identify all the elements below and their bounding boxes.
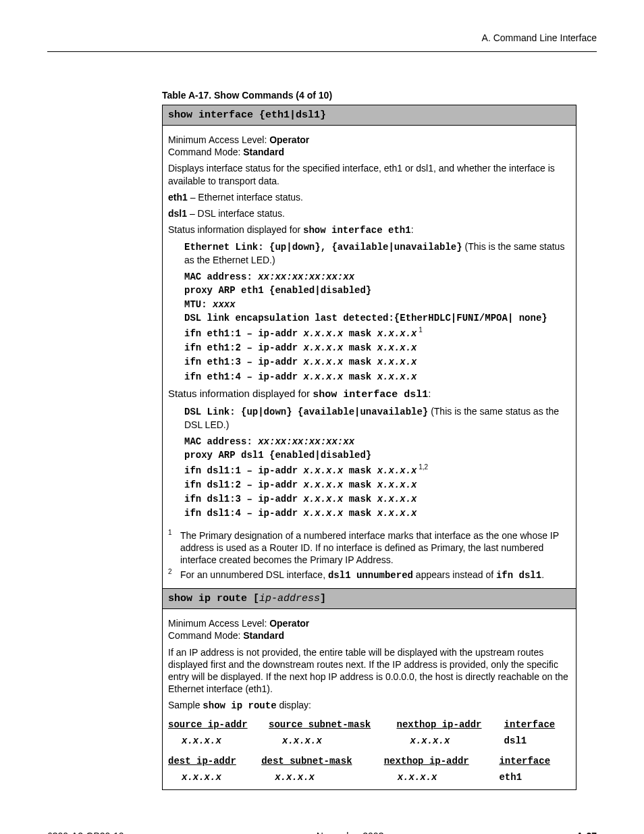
dsl1-label: dsl1 xyxy=(168,208,187,219)
eth-encap: DSL link encapsulation last detected:{Et… xyxy=(184,312,570,324)
t: x.x.x.x xyxy=(303,357,343,367)
eth-mtu-val: xxxx xyxy=(213,299,236,310)
t: show ip route [ xyxy=(168,593,259,604)
t: x.x.x.x xyxy=(377,494,417,504)
t: appears instead of xyxy=(413,569,496,580)
col-interface: interface xyxy=(504,716,570,733)
status-dsl1-pre: Status information displayed for xyxy=(168,388,313,399)
cmd2-body: Minimum Access Level: Operator Command M… xyxy=(163,609,576,789)
t: dsl1 unnumbered xyxy=(328,570,413,581)
dsl-proxy: proxy ARP dsl1 {enabled|disabled} xyxy=(184,449,570,461)
t: ip-address xyxy=(259,593,320,604)
commands-table: show interface {eth1|dsl1} Minimum Acces… xyxy=(162,105,576,790)
status-eth1-pre: Status information displayed for xyxy=(168,224,303,235)
t: x.x.x.x xyxy=(269,733,397,749)
cmd1-body: Minimum Access Level: Operator Command M… xyxy=(163,126,576,589)
footnote-2: 2 For an unnumbered DSL interface, dsl1 … xyxy=(168,569,570,581)
cmd2-desc: If an IP address is not provided, the en… xyxy=(168,646,570,696)
t: x.x.x.x xyxy=(396,733,504,749)
t: ifn eth1:2 – ip-addr xyxy=(184,342,303,353)
eth-mac-label: MAC address: xyxy=(184,271,258,282)
cmd1-desc: Displays interface status for the specif… xyxy=(168,162,570,186)
route-table-downstream: dest ip-addr dest subnet-mask nexthop ip… xyxy=(168,753,570,785)
t: x.x.x.x xyxy=(377,479,417,490)
cmd-mode-value: Standard xyxy=(243,630,284,641)
t: x.x.x.x xyxy=(303,479,343,490)
col-nexthop: nexthop ip-addr xyxy=(384,753,500,769)
dsl1-desc: – DSL interface status. xyxy=(187,208,285,219)
t: x.x.x.x xyxy=(168,769,261,785)
col-nexthop: nexthop ip-addr xyxy=(396,716,504,733)
t: ifn dsl1:1 – ip-addr xyxy=(184,465,303,476)
t: ifn dsl1:2 – ip-addr xyxy=(184,479,303,490)
footer-center: November 2003 xyxy=(317,831,384,834)
t: mask xyxy=(343,494,377,504)
t: For an unnumbered DSL interface, xyxy=(180,569,328,580)
col-dest-ip: dest ip-addr xyxy=(168,753,261,769)
footnote-1: 1 The Primary designation of a numbered … xyxy=(168,529,570,567)
min-access-label: Minimum Access Level: xyxy=(168,618,269,629)
t: mask xyxy=(343,328,377,339)
cmd2-title: show ip route [ip-address] xyxy=(163,589,576,609)
cmd-mode-label: Command Mode: xyxy=(168,147,243,157)
main-content: Table A-17. Show Commands (4 of 10) show… xyxy=(162,90,576,790)
t: mask xyxy=(343,479,377,490)
col-dest-mask: dest subnet-mask xyxy=(261,753,384,769)
table-caption: Table A-17. Show Commands (4 of 10) xyxy=(162,90,576,101)
t: ifn dsl1:4 – ip-addr xyxy=(184,508,303,519)
t: display: xyxy=(277,700,311,710)
t: x.x.x.x xyxy=(377,508,417,519)
eth-proxy: proxy ARP eth1 {enabled|disabled} xyxy=(184,284,570,296)
dsl-mac-label: MAC address: xyxy=(184,436,258,447)
footnote-ref-1: 1 xyxy=(417,326,422,334)
t: x.x.x.x xyxy=(377,357,417,367)
t: x.x.x.x xyxy=(303,342,343,353)
t: x.x.x.x xyxy=(384,769,500,785)
t: mask xyxy=(343,357,377,367)
eth-link: Ethernet Link: {up|down}, {available|una… xyxy=(184,242,462,253)
cmd-mode-value: Standard xyxy=(243,147,284,157)
footer-page-number: A-27 xyxy=(576,831,597,834)
t: x.x.x.x xyxy=(377,371,417,382)
t: ifn eth1:1 – ip-addr xyxy=(184,328,303,339)
status-eth1-cmd: show interface eth1 xyxy=(303,225,411,236)
dsl-link: DSL Link: {up|down} {available|unavailab… xyxy=(184,407,428,417)
t: mask xyxy=(343,465,377,476)
footnote-ref-12: 1,2 xyxy=(417,463,428,471)
eth1-status-block: Ethernet Link: {up|down}, {available|una… xyxy=(184,240,570,383)
t: mask xyxy=(343,508,377,519)
footnote-2-num: 2 xyxy=(168,567,180,580)
col-interface: interface xyxy=(499,753,570,769)
t: mask xyxy=(343,371,377,382)
eth-mac-val: xx:xx:xx:xx:xx:xx xyxy=(258,271,354,282)
status-dsl1-cmd: show interface dsl1 xyxy=(313,389,428,400)
cmd1-title: show interface {eth1|dsl1} xyxy=(163,105,576,126)
t: x.x.x.x xyxy=(168,733,269,749)
eth-mtu-label: MTU: xyxy=(184,299,213,310)
header-rule xyxy=(47,51,597,52)
t: x.x.x.x xyxy=(261,769,384,785)
t: x.x.x.x xyxy=(377,465,417,476)
t: x.x.x.x xyxy=(303,494,343,504)
page-header-section: A. Command Line Interface xyxy=(47,32,597,46)
footnote-1-num: 1 xyxy=(168,528,180,565)
t: show ip route xyxy=(203,700,276,711)
t: mask xyxy=(343,342,377,353)
t: ifn eth1:3 – ip-addr xyxy=(184,357,303,367)
status-dsl1-post: : xyxy=(428,388,431,399)
t: x.x.x.x xyxy=(303,371,343,382)
t: ifn dsl1:3 – ip-addr xyxy=(184,494,303,504)
min-access-value: Operator xyxy=(269,134,309,145)
col-source-mask: source subnet-mask xyxy=(269,716,397,733)
t: ] xyxy=(320,593,326,604)
route-table-upstream: source ip-addr source subnet-mask nextho… xyxy=(168,716,570,749)
t: eth1 xyxy=(499,769,570,785)
t: dsl1 xyxy=(504,733,570,749)
status-eth1-post: : xyxy=(411,224,414,235)
col-source-ip: source ip-addr xyxy=(168,716,269,733)
t: x.x.x.x xyxy=(303,508,343,519)
min-access-value: Operator xyxy=(269,618,309,629)
min-access-label: Minimum Access Level: xyxy=(168,134,269,145)
cmd-mode-label: Command Mode: xyxy=(168,630,243,641)
dsl1-status-block: DSL Link: {up|down} {available|unavailab… xyxy=(184,405,570,519)
